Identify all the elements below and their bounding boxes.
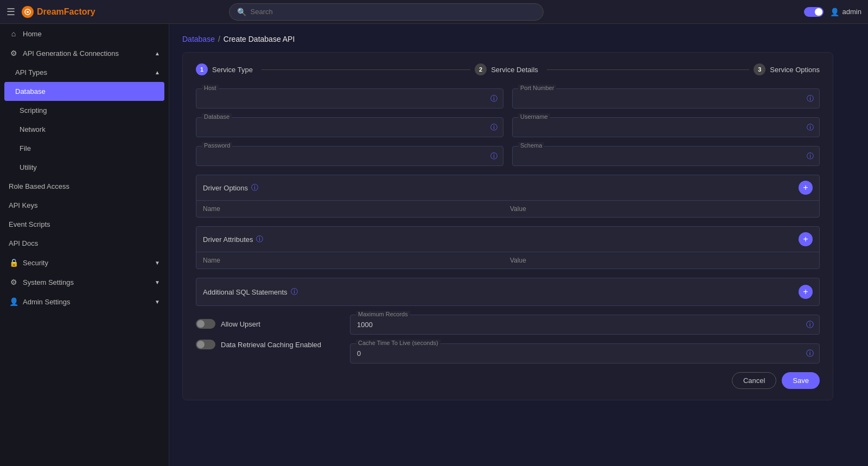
driver-attributes-cols: Name Value <box>196 252 819 269</box>
driver-options-label: Driver Options <box>203 184 248 192</box>
step-1-label: Service Type <box>212 66 253 74</box>
user-info[interactable]: 👤 admin <box>830 8 861 16</box>
additional-sql-info-icon[interactable]: ⓘ <box>291 287 298 297</box>
chevron-down-icon-3: ▼ <box>155 299 160 305</box>
step-1-circle: 1 <box>196 63 208 75</box>
password-info-icon[interactable]: ⓘ <box>490 151 497 161</box>
cache-ttl-input[interactable] <box>357 349 800 358</box>
cache-ttl-field[interactable]: Cache Time To Live (seconds) ⓘ <box>350 343 820 363</box>
sidebar-item-role-based-access[interactable]: Role Based Access <box>0 177 169 196</box>
search-bar[interactable]: 🔍 <box>229 3 544 21</box>
form-actions: Cancel Save <box>196 372 820 389</box>
password-input[interactable] <box>203 152 483 160</box>
search-input[interactable] <box>251 8 535 16</box>
username-field[interactable]: Username ⓘ <box>512 117 820 137</box>
port-field[interactable]: Port Number ⓘ <box>512 88 820 108</box>
sidebar-section-security[interactable]: 🔒 Security ▼ <box>0 253 169 272</box>
driver-attributes-label: Driver Attributes <box>203 235 253 244</box>
step-2-line <box>547 69 749 70</box>
sidebar-section-api-types[interactable]: API Types ▲ <box>0 63 169 82</box>
database-input[interactable] <box>203 123 483 131</box>
password-field[interactable]: Password ⓘ <box>196 146 503 166</box>
driver-attrs-name-col: Name <box>203 257 506 264</box>
cancel-button[interactable]: Cancel <box>732 372 776 389</box>
additional-sql-add-button[interactable]: + <box>799 285 813 299</box>
schema-input[interactable] <box>519 152 800 160</box>
sidebar-item-api-keys[interactable]: API Keys <box>0 196 169 215</box>
port-label: Port Number <box>518 85 556 91</box>
steps-container: 1 Service Type 2 Service Details <box>182 52 833 400</box>
sidebar-label-utility: Utility <box>20 163 37 171</box>
data-caching-label: Data Retrieval Caching Enabled <box>221 341 321 349</box>
home-icon: ⌂ <box>9 29 18 38</box>
host-info-icon[interactable]: ⓘ <box>490 94 497 104</box>
driver-attributes-info-icon[interactable]: ⓘ <box>256 234 263 244</box>
driver-attributes-section: Driver Attributes ⓘ + Name Value <box>196 226 820 269</box>
host-field[interactable]: Host ⓘ <box>196 88 503 108</box>
username-input[interactable] <box>519 123 800 131</box>
step-2-circle: 2 <box>475 63 487 75</box>
driver-options-add-button[interactable]: + <box>799 181 813 195</box>
topbar: ☰ DreamFactory 🔍 👤 admin <box>0 0 868 24</box>
data-caching-toggle[interactable] <box>196 340 215 349</box>
sidebar-item-event-scripts[interactable]: Event Scripts <box>0 215 169 234</box>
driver-attrs-value-col: Value <box>510 257 813 264</box>
database-label: Database <box>202 113 232 120</box>
port-info-icon[interactable]: ⓘ <box>807 94 814 104</box>
theme-toggle[interactable] <box>804 7 824 17</box>
max-records-field[interactable]: Maximum Records ⓘ <box>350 315 820 335</box>
max-records-input[interactable] <box>357 321 800 329</box>
schema-field[interactable]: Schema ⓘ <box>512 146 820 166</box>
username-info-icon[interactable]: ⓘ <box>807 123 814 132</box>
allow-upsert-toggle[interactable] <box>196 319 215 329</box>
schema-info-icon[interactable]: ⓘ <box>807 151 814 161</box>
save-button[interactable]: Save <box>782 372 820 389</box>
search-icon: 🔍 <box>237 8 246 16</box>
chevron-down-icon: ▼ <box>155 260 160 266</box>
admin-icon: 👤 <box>9 297 18 306</box>
form-row-1: Host ⓘ Port Number ⓘ <box>196 88 820 108</box>
chevron-down-icon-2: ▼ <box>155 279 160 285</box>
port-input[interactable] <box>519 94 800 103</box>
cache-ttl-info-icon[interactable]: ⓘ <box>806 349 814 359</box>
sidebar-item-network[interactable]: Network <box>0 120 169 139</box>
driver-options-value-col: Value <box>510 205 813 213</box>
api-gen-icon: ⚙ <box>9 49 18 58</box>
svg-point-1 <box>27 11 29 13</box>
step-1: 1 Service Type <box>196 63 475 75</box>
driver-options-info-icon[interactable]: ⓘ <box>251 183 258 193</box>
sidebar-item-api-docs[interactable]: API Docs <box>0 234 169 253</box>
sidebar-item-utility[interactable]: Utility <box>0 158 169 177</box>
database-info-icon[interactable]: ⓘ <box>490 123 497 132</box>
max-records-label: Maximum Records <box>356 311 410 317</box>
sidebar-label-system: System Settings <box>23 278 74 286</box>
sidebar-item-scripting[interactable]: Scripting <box>0 101 169 120</box>
database-field[interactable]: Database ⓘ <box>196 117 503 137</box>
breadcrumb-parent[interactable]: Database <box>182 35 215 43</box>
sidebar-label-network: Network <box>20 125 46 133</box>
driver-options-name-col: Name <box>203 205 506 213</box>
sidebar-label-api-types: API Types <box>15 68 47 76</box>
schema-label: Schema <box>518 142 544 149</box>
sidebar-item-file[interactable]: File <box>0 139 169 158</box>
password-label: Password <box>202 142 232 149</box>
max-records-info-icon[interactable]: ⓘ <box>806 320 814 330</box>
driver-attributes-add-button[interactable]: + <box>799 232 813 246</box>
sidebar-label-file: File <box>20 144 31 152</box>
sidebar-item-database[interactable]: Database <box>4 82 164 101</box>
host-input[interactable] <box>203 94 483 103</box>
hamburger-icon[interactable]: ☰ <box>7 6 15 18</box>
chevron-up-icon-2: ▲ <box>155 69 160 75</box>
sidebar-section-api-generation[interactable]: ⚙ API Generation & Connections ▲ <box>0 43 169 63</box>
main-content: Database / Create Database API 1 Service… <box>169 24 868 466</box>
sidebar-item-home[interactable]: ⌂ Home <box>0 24 169 43</box>
sidebar-section-admin-settings[interactable]: 👤 Admin Settings ▼ <box>0 292 169 311</box>
user-icon: 👤 <box>830 8 839 16</box>
sidebar-section-system-settings[interactable]: ⚙ System Settings ▼ <box>0 272 169 292</box>
toggle-options: Allow Upsert Data Retrieval Caching Enab… <box>196 315 337 349</box>
breadcrumb-separator: / <box>218 35 220 43</box>
sidebar: ⌂ Home ⚙ API Generation & Connections ▲ … <box>0 24 169 466</box>
user-label: admin <box>843 8 861 16</box>
allow-upsert-label: Allow Upsert <box>221 320 260 328</box>
data-caching-row: Data Retrieval Caching Enabled <box>196 340 337 349</box>
